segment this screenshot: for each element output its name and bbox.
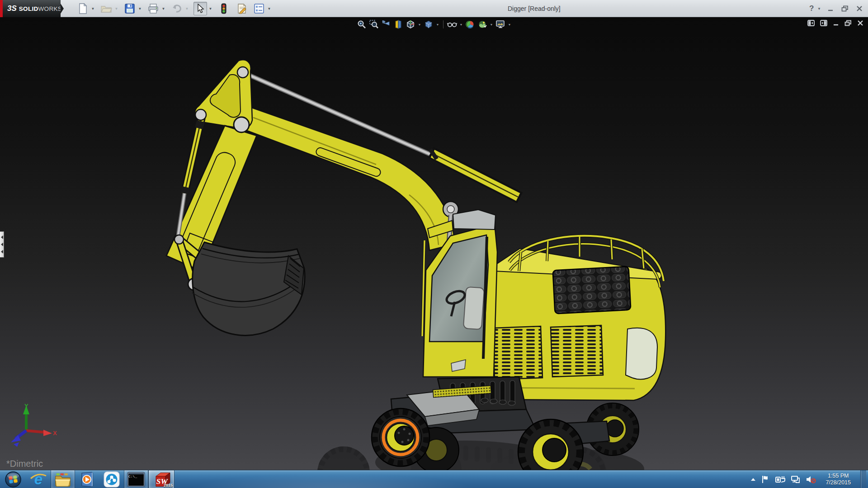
power-status-button[interactable] <box>775 475 785 483</box>
options-button[interactable] <box>252 2 266 15</box>
zoom-to-area-button[interactable] <box>368 19 379 30</box>
options-icon <box>254 3 264 14</box>
clock-time: 1:55 PM <box>826 473 851 479</box>
edit-appearance-button[interactable] <box>465 19 476 30</box>
axis-x-label: X <box>53 430 57 436</box>
help-dropdown[interactable]: ▼ <box>817 7 821 11</box>
solidworks-logo: 3S SOLID WORKS <box>3 0 61 17</box>
open-document-button[interactable] <box>99 2 113 15</box>
section-view-button[interactable] <box>393 19 404 30</box>
view-settings-dropdown[interactable]: ▼ <box>507 23 512 26</box>
taskbar-solidworks[interactable]: SW 2015 <box>148 470 175 488</box>
display-style-button[interactable] <box>423 19 434 30</box>
save-dropdown[interactable]: ▼ <box>137 2 143 15</box>
window-controls: ? ▼ <box>807 0 864 17</box>
system-tray: 1:55 PM 7/28/2015 <box>751 470 868 488</box>
command-prompt-text: C:\_ <box>128 474 137 479</box>
document-window-controls <box>807 20 863 26</box>
network-status-button[interactable] <box>791 475 800 483</box>
display-style-dropdown[interactable]: ▼ <box>435 23 440 26</box>
network-icon <box>791 475 800 483</box>
molecule-app-icon <box>104 471 120 488</box>
restore-button[interactable] <box>840 3 850 14</box>
new-document-button[interactable] <box>76 2 90 15</box>
collapsed-feature-panel-tab[interactable] <box>0 231 4 258</box>
rebuild-button[interactable] <box>217 2 231 15</box>
apply-scene-button[interactable] <box>477 19 488 30</box>
file-properties-button[interactable] <box>235 2 249 15</box>
roof-box <box>453 210 495 230</box>
previous-view-button[interactable] <box>381 19 392 30</box>
taskbar-media-player[interactable] <box>75 470 99 488</box>
view-orientation-button[interactable] <box>405 19 416 30</box>
toolbar-separator <box>443 20 443 28</box>
show-desktop-button[interactable] <box>860 470 866 488</box>
open-document-dropdown[interactable]: ▼ <box>113 2 120 15</box>
print-button[interactable] <box>146 2 160 15</box>
minimize-button[interactable] <box>826 3 835 14</box>
graphics-viewport[interactable]: ▼ ▼ ▼ ▼ ▼ <box>0 17 868 470</box>
minimize-doc-button[interactable] <box>833 20 839 26</box>
engine-radiator <box>553 267 631 314</box>
excavator-model[interactable] <box>0 17 868 470</box>
taskbar-internet-explorer[interactable]: e <box>26 470 51 488</box>
orientation-triad: Y X <box>8 403 58 450</box>
show-hidden-icons-button[interactable] <box>751 478 755 481</box>
options-dropdown[interactable]: ▼ <box>266 2 273 15</box>
front-left-wheel[interactable] <box>372 408 429 466</box>
undo-dropdown[interactable]: ▼ <box>184 2 190 15</box>
taskbar-command-prompt[interactable]: C:\_ <box>124 470 148 488</box>
logo-solid-text: SOLID <box>19 5 38 12</box>
print-dropdown[interactable]: ▼ <box>160 2 167 15</box>
taskbar-clock[interactable]: 1:55 PM 7/28/2015 <box>822 473 854 486</box>
view-orientation-label: *Dimetric <box>6 459 43 469</box>
collapse-arrow-icon <box>1 250 3 253</box>
open-folder-icon <box>100 4 112 14</box>
ie-ring <box>30 473 47 480</box>
cab[interactable] <box>422 210 497 377</box>
view-orientation-dropdown[interactable]: ▼ <box>417 23 422 26</box>
new-document-dropdown[interactable]: ▼ <box>90 2 96 15</box>
up-arrow-icon <box>751 478 755 481</box>
rebuild-traffic-light-icon <box>221 3 226 14</box>
start-button[interactable] <box>0 470 26 488</box>
sw-year-label: 2015 <box>164 483 173 488</box>
select-button[interactable] <box>193 2 207 15</box>
collapse-arrow-icon <box>1 235 3 239</box>
volume-muted-button[interactable] <box>806 475 816 483</box>
seat <box>463 287 484 330</box>
menu-flyout-arrow[interactable] <box>61 4 64 14</box>
hide-show-items-button[interactable] <box>447 19 458 30</box>
close-button[interactable] <box>854 3 864 14</box>
undo-button[interactable] <box>170 2 184 15</box>
apply-scene-dropdown[interactable]: ▼ <box>489 23 494 26</box>
file-properties-icon <box>236 3 247 14</box>
select-dropdown[interactable]: ▼ <box>207 2 214 15</box>
action-center-button[interactable] <box>761 475 769 483</box>
feature-pane-right-button[interactable] <box>820 20 827 26</box>
windows-taskbar: e <box>0 470 868 488</box>
clock-date: 7/28/2015 <box>826 479 851 486</box>
rear-window <box>626 328 657 380</box>
flag-icon <box>761 475 769 483</box>
bucket[interactable] <box>192 242 305 335</box>
engine-housing[interactable] <box>492 236 665 400</box>
heads-up-view-toolbar: ▼ ▼ ▼ ▼ ▼ <box>356 19 512 30</box>
select-cursor-icon <box>196 4 204 14</box>
feature-pane-left-button[interactable] <box>807 20 815 26</box>
taskbar-network-app[interactable] <box>99 470 124 488</box>
close-doc-button[interactable] <box>857 20 863 26</box>
volume-muted-icon <box>806 475 816 483</box>
undo-icon <box>171 4 182 14</box>
side-grill-left <box>493 326 542 380</box>
save-button[interactable] <box>123 2 137 15</box>
ds-logo-mark: 3S <box>7 4 17 13</box>
standard-toolbar: ▼ ▼ ▼ ▼ <box>76 1 276 16</box>
restore-doc-button[interactable] <box>844 20 852 26</box>
help-button[interactable]: ? <box>807 3 816 14</box>
zoom-to-fit-button[interactable] <box>356 19 367 30</box>
save-icon <box>125 4 135 14</box>
hide-show-items-dropdown[interactable]: ▼ <box>459 23 463 26</box>
view-settings-button[interactable] <box>495 19 506 30</box>
taskbar-windows-explorer[interactable] <box>51 470 75 488</box>
